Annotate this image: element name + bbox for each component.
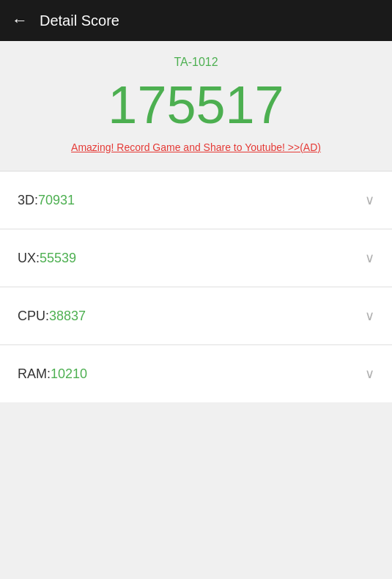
chevron-down-icon: ∨ bbox=[365, 250, 374, 266]
score-section: TA-1012 175517 Amazing! Record Game and … bbox=[0, 41, 392, 172]
promo-link[interactable]: Amazing! Record Game and Share to Youtub… bbox=[12, 141, 380, 153]
score-value-3d: 70931 bbox=[38, 193, 75, 208]
score-value-ux: 55539 bbox=[40, 251, 76, 266]
score-value-ram: 10210 bbox=[51, 366, 87, 382]
score-label-cpu: CPU: 38837 bbox=[18, 309, 86, 324]
score-label-ram: RAM: 10210 bbox=[18, 366, 87, 382]
score-item-ux[interactable]: UX: 55539∨ bbox=[0, 229, 392, 287]
total-score: 175517 bbox=[12, 76, 380, 134]
back-arrow-icon[interactable]: ← bbox=[12, 12, 28, 29]
score-list: 3D: 70931∨UX: 55539∨CPU: 38837∨RAM: 1021… bbox=[0, 172, 392, 402]
score-item-cpu[interactable]: CPU: 38837∨ bbox=[0, 287, 392, 345]
score-value-cpu: 38837 bbox=[49, 309, 86, 324]
score-item-3d[interactable]: 3D: 70931∨ bbox=[0, 172, 392, 229]
chevron-down-icon: ∨ bbox=[365, 308, 374, 324]
chevron-down-icon: ∨ bbox=[365, 366, 374, 382]
chevron-down-icon: ∨ bbox=[365, 192, 374, 208]
header: ← Detail Score bbox=[0, 0, 392, 41]
page-title: Detail Score bbox=[40, 12, 119, 29]
device-name: TA-1012 bbox=[12, 56, 380, 69]
score-item-ram[interactable]: RAM: 10210∨ bbox=[0, 345, 392, 402]
score-label-3d: 3D: 70931 bbox=[18, 193, 75, 208]
score-label-ux: UX: 55539 bbox=[18, 251, 76, 266]
